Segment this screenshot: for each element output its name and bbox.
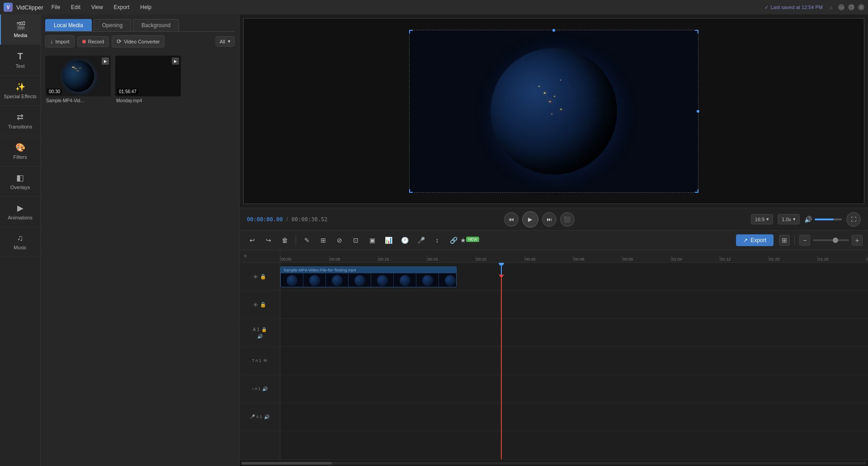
- handle-top[interactable]: [552, 29, 555, 32]
- chart-button[interactable]: 📊: [381, 233, 396, 247]
- lock-icon-a1[interactable]: 🔒: [261, 327, 267, 332]
- maximize-button[interactable]: ❐: [848, 4, 854, 10]
- sidebar-item-animations[interactable]: ▶ Animations: [0, 197, 40, 227]
- filters-icon: 🎨: [3, 143, 38, 152]
- volume-slider[interactable]: [815, 219, 842, 220]
- speed-button[interactable]: 1.0x ▾: [778, 214, 800, 224]
- menu-file[interactable]: File: [47, 2, 65, 12]
- video-clip[interactable]: Sample-MP4-Video-File-for-Testing.mp4: [280, 266, 457, 287]
- sidebar-item-text[interactable]: T Text: [0, 45, 40, 76]
- track-label-audio3: ♪ A 1 🔊: [240, 375, 280, 403]
- delete-button[interactable]: 🗑: [278, 233, 292, 247]
- main-layout: 🎬 Media T Text ✨ Special Effects ⇄ Trans…: [0, 14, 868, 466]
- earth-thumbnail: [62, 60, 94, 92]
- text-icon: T: [3, 51, 38, 62]
- earth-preview: [410, 30, 698, 192]
- clock-button[interactable]: 🕐: [397, 233, 412, 247]
- media-icon: 🎬: [4, 21, 38, 31]
- corner-handle-tr[interactable]: [695, 30, 698, 33]
- time-sep: /: [286, 216, 288, 223]
- redo-button[interactable]: ↪: [261, 233, 276, 247]
- zoom-slider-thumb[interactable]: [833, 238, 838, 243]
- mic-button[interactable]: 🎤: [414, 233, 428, 247]
- zoom-out-button[interactable]: −: [799, 235, 810, 246]
- timeline-area: ≡ 00:0000:0800:1600:2400:3200:4000:4800:…: [240, 250, 868, 466]
- close-button[interactable]: ✕: [858, 4, 864, 10]
- track-content[interactable]: Sample-MP4-Video-File-for-Testing.mp4: [280, 263, 868, 460]
- corner-handle-tl[interactable]: [409, 30, 413, 33]
- eye-icon-2[interactable]: 👁: [253, 302, 258, 308]
- zoom-slider[interactable]: [813, 239, 849, 241]
- tab-opening[interactable]: Opening: [94, 19, 131, 31]
- new-feature-button[interactable]: ★NEW: [462, 233, 477, 247]
- clip-thumb-7: [439, 273, 456, 287]
- ruler-mark-6: 00:48: [574, 257, 585, 262]
- total-time: 00:00:30.52: [292, 216, 327, 223]
- transform-button[interactable]: ↕: [430, 233, 444, 247]
- sidebar-item-filters[interactable]: 🎨 Filters: [0, 136, 40, 166]
- video-converter-button[interactable]: ⟳ Video Converter: [112, 35, 165, 48]
- fit-to-window-button[interactable]: ⊞: [779, 235, 790, 246]
- volume-icon[interactable]: 🔊: [804, 216, 812, 223]
- media-item-0[interactable]: ▶ 00:30 Sample-MP4-Vid...: [45, 56, 111, 104]
- eye-icon[interactable]: 👁: [253, 274, 258, 280]
- record-button[interactable]: Record: [77, 36, 109, 47]
- timeline-scrollbar[interactable]: [240, 460, 868, 466]
- sidebar-item-media[interactable]: 🎬 Media: [0, 14, 40, 45]
- home-button[interactable]: ⌂: [828, 4, 835, 10]
- clip-thumb-2: [326, 273, 349, 287]
- edit-button[interactable]: ✎: [300, 233, 314, 247]
- filter-dropdown[interactable]: All ▾: [216, 36, 235, 47]
- handle-right[interactable]: [697, 110, 699, 113]
- ruler-mark-10: 01:20: [769, 257, 780, 262]
- vol-icon-mic[interactable]: 🔊: [264, 414, 269, 419]
- stop-button[interactable]: ⬛: [560, 212, 575, 227]
- next-frame-button[interactable]: ⏭: [542, 212, 557, 227]
- ruler-left: ≡: [240, 250, 280, 262]
- corner-handle-br[interactable]: [695, 189, 698, 193]
- aspect-ratio-button[interactable]: 16:9 ▾: [751, 214, 773, 224]
- track-audio1-num: A 1: [253, 327, 259, 332]
- sidebar-item-music[interactable]: ♫ Music: [0, 227, 40, 257]
- fullscreen-button[interactable]: ⛶: [846, 212, 861, 227]
- split-button[interactable]: ⊘: [332, 233, 347, 247]
- menu-help[interactable]: Help: [136, 2, 156, 12]
- vol-icon-a3[interactable]: 🔊: [262, 386, 268, 391]
- prev-frame-button[interactable]: ⏮: [504, 212, 519, 227]
- import-icon: ↓: [50, 38, 53, 45]
- title-bar: V VidClipper File Edit View Export Help …: [0, 0, 868, 14]
- play-pause-button[interactable]: ▶: [522, 211, 538, 228]
- import-button[interactable]: ↓ Import: [45, 35, 75, 48]
- undo-button[interactable]: ↩: [245, 233, 259, 247]
- empty-track-1: [280, 291, 868, 319]
- corner-handle-bl[interactable]: [409, 189, 413, 193]
- media-toolbar: ↓ Import Record ⟳ Video Converter All ▾: [41, 32, 239, 51]
- zoom-in-button[interactable]: +: [852, 235, 863, 246]
- lock-icon[interactable]: 🔒: [260, 274, 266, 280]
- menu-view[interactable]: View: [87, 2, 108, 12]
- scrollbar-thumb[interactable]: [241, 462, 332, 465]
- menu-edit[interactable]: Edit: [66, 2, 85, 12]
- sidebar-item-special-effects[interactable]: ✨ Special Effects: [0, 76, 40, 106]
- minimize-button[interactable]: —: [838, 4, 844, 10]
- track-text-a2: T A 1: [252, 358, 261, 363]
- lock-icon-2[interactable]: 🔒: [260, 302, 266, 308]
- menu-export[interactable]: Export: [109, 2, 134, 12]
- track-text-mic: 🎤 A 1: [250, 414, 262, 419]
- group-button[interactable]: ⊞: [316, 233, 330, 247]
- media-tabs: Local Media Opening Background: [41, 14, 239, 31]
- sidebar-item-overlays[interactable]: ◧ Overlays: [0, 166, 40, 197]
- crop-button[interactable]: ⊡: [349, 233, 363, 247]
- animations-icon: ▶: [3, 203, 38, 213]
- tab-local-media[interactable]: Local Media: [45, 19, 92, 31]
- vol-icon-a1[interactable]: 🔊: [257, 334, 263, 339]
- eye-icon-a2[interactable]: 👁: [263, 358, 268, 363]
- link-button[interactable]: 🔗: [446, 233, 461, 247]
- export-button[interactable]: ↗ Export: [736, 234, 774, 246]
- scrollbar-track[interactable]: [241, 462, 866, 465]
- ruler-mark-7: 00:56: [623, 257, 633, 262]
- media-item-1[interactable]: ▶ 01:56:47 Monday.mp4: [115, 56, 181, 104]
- tab-background[interactable]: Background: [133, 19, 179, 31]
- sidebar-item-transitions[interactable]: ⇄ Transitions: [0, 106, 40, 136]
- frame-button[interactable]: ▣: [365, 233, 379, 247]
